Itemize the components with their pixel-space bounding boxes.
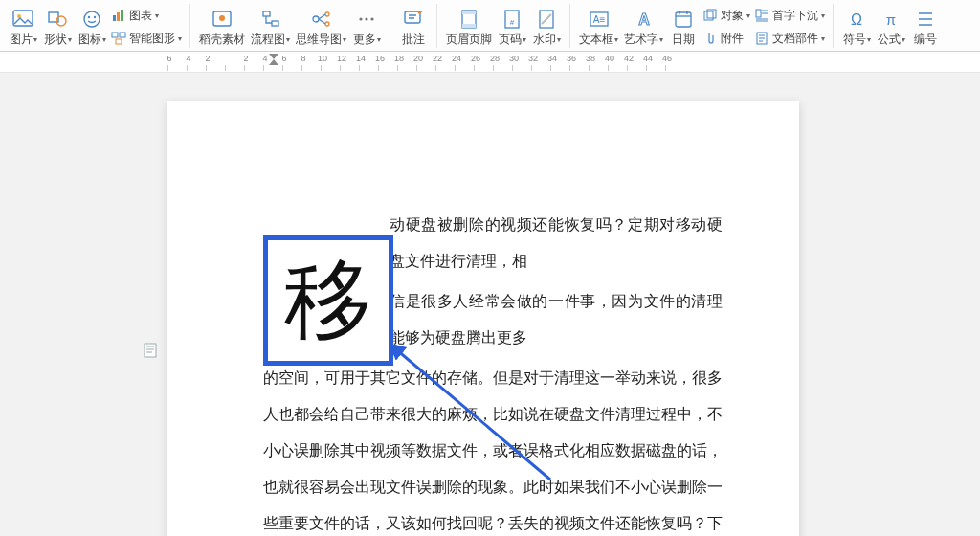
- paragraph-line[interactable]: 的空间，可用于其它文件的存储。但是对于清理这一举动来说，很多人也都会给自己带来很…: [263, 360, 723, 536]
- chevron-down-icon: ▾: [155, 11, 159, 20]
- icon-button[interactable]: 图标▾: [75, 6, 109, 48]
- svg-text:#: #: [510, 18, 515, 27]
- number-icon: [915, 9, 936, 30]
- smartart-icon: [111, 31, 126, 46]
- more-button[interactable]: 更多▾: [349, 6, 384, 48]
- dock-material-button[interactable]: 稻壳素材: [196, 6, 248, 48]
- attachment-icon: [702, 31, 718, 46]
- picture-button[interactable]: 图片▾: [6, 6, 40, 48]
- docparts-icon: [754, 31, 769, 46]
- svg-point-6: [94, 16, 96, 18]
- watermark-icon: [536, 9, 557, 30]
- ruler-mark: 16: [373, 54, 387, 63]
- ruler-mark: 14: [354, 54, 368, 63]
- formula-button[interactable]: π 公式▾: [874, 6, 908, 48]
- ruler-mark: 6: [163, 54, 176, 63]
- dropcap-button[interactable]: 首字下沉▾: [754, 6, 825, 25]
- docparts-button[interactable]: 文档部件▾: [754, 29, 825, 48]
- shape-icon: [47, 9, 68, 30]
- smartart-label: 智能图形: [129, 31, 175, 47]
- date-button[interactable]: 日期: [666, 6, 701, 48]
- watermark-button[interactable]: 水印▾: [529, 6, 564, 48]
- paragraph-line[interactable]: 信是很多人经常会做的一件事，因为文件的清理能够为硬盘腾出更多: [390, 283, 723, 356]
- ruler-mark: 30: [507, 54, 521, 63]
- paragraph-line[interactable]: 动硬盘被删除的视频还能恢复吗？定期对移动硬盘文件进行清理，相: [390, 207, 723, 279]
- svg-rect-35: [707, 10, 716, 18]
- ruler-mark: 28: [488, 54, 501, 63]
- symbol-button[interactable]: Ω 符号▾: [839, 6, 874, 48]
- chevron-down-icon: ▾: [614, 35, 618, 44]
- chevron-down-icon: ▾: [286, 35, 290, 44]
- pagenumber-button[interactable]: # 页码▾: [495, 6, 529, 48]
- flowchart-icon: [260, 9, 281, 30]
- comment-button[interactable]: 批注: [396, 6, 431, 48]
- dropcap-label: 首字下沉: [772, 8, 818, 24]
- ruler-mark: 2: [239, 54, 253, 63]
- formula-label: 公式: [878, 32, 901, 48]
- chevron-down-icon: ▾: [821, 11, 825, 20]
- svg-rect-40: [145, 344, 156, 357]
- more-icon: [356, 9, 377, 30]
- attachment-label: 附件: [721, 31, 744, 47]
- dropcap-selection[interactable]: 移: [263, 235, 393, 366]
- svg-point-4: [84, 11, 100, 27]
- number-button[interactable]: 编号: [908, 6, 943, 48]
- object-button[interactable]: 对象▾: [702, 6, 750, 25]
- wordart-label: 艺术字: [624, 32, 658, 48]
- chevron-down-icon: ▾: [102, 35, 106, 44]
- headerfooter-button[interactable]: 页眉页脚: [443, 6, 495, 48]
- comment-icon: [403, 9, 424, 30]
- attachment-button[interactable]: 附件: [702, 29, 750, 48]
- date-icon: [673, 9, 694, 30]
- svg-rect-34: [704, 11, 713, 20]
- svg-text:A: A: [638, 11, 650, 28]
- icon-label: 图标: [78, 32, 101, 48]
- svg-rect-15: [263, 11, 270, 16]
- picture-label: 图片: [10, 32, 33, 48]
- mindmap-button[interactable]: 思维导图▾: [293, 6, 349, 48]
- svg-point-19: [325, 22, 329, 26]
- group-symbols: Ω 符号▾ π 公式▾ 编号: [834, 4, 948, 48]
- document-workspace: 动硬盘被删除的视频还能恢复吗？定期对移动硬盘文件进行清理，相 信是很多人经常会做…: [0, 73, 980, 536]
- textbox-icon: A≡: [589, 9, 610, 30]
- ruler-mark: 18: [392, 54, 406, 63]
- document-page[interactable]: 动硬盘被删除的视频还能恢复吗？定期对移动硬盘文件进行清理，相 信是很多人经常会做…: [167, 101, 799, 536]
- svg-rect-12: [116, 39, 122, 44]
- svg-rect-8: [117, 12, 120, 21]
- smartart-button[interactable]: 智能图形▾: [111, 29, 182, 48]
- horizontal-ruler[interactable]: 6422468101214161820222426283032343638404…: [167, 52, 980, 71]
- chevron-down-icon: ▾: [746, 11, 750, 20]
- shape-button[interactable]: 形状▾: [40, 6, 75, 48]
- chevron-down-icon: ▾: [523, 35, 526, 44]
- svg-rect-23: [405, 11, 420, 23]
- symbol-label: 符号: [843, 32, 866, 48]
- textbox-label: 文本框: [579, 32, 613, 48]
- svg-point-14: [219, 15, 225, 21]
- chart-button[interactable]: 图表▾: [111, 6, 182, 25]
- dock-material-label: 稻壳素材: [199, 32, 245, 48]
- ruler-mark: 42: [622, 54, 635, 63]
- flowchart-label: 流程图: [251, 32, 285, 48]
- ruler-mark: 8: [297, 54, 310, 63]
- chevron-down-icon: ▾: [659, 35, 663, 44]
- wordart-button[interactable]: A 艺术字▾: [621, 6, 666, 48]
- svg-rect-25: [462, 11, 476, 14]
- docparts-label: 文档部件: [772, 31, 818, 47]
- chart-label: 图表: [129, 8, 152, 24]
- textbox-button[interactable]: A≡ 文本框▾: [576, 6, 621, 48]
- ruler-mark: 44: [641, 54, 655, 63]
- dock-material-icon: [212, 9, 233, 30]
- object-label: 对象: [721, 8, 744, 24]
- comment-label: 批注: [402, 32, 425, 48]
- ruler-mark: 20: [412, 54, 425, 63]
- watermark-label: 水印: [533, 32, 556, 48]
- ruler-mark: 26: [469, 54, 482, 63]
- ruler-mark: 12: [335, 54, 348, 63]
- ruler-mark: 46: [660, 54, 674, 63]
- dropcap-char: 移: [284, 241, 372, 360]
- svg-point-17: [313, 16, 319, 22]
- flowchart-button[interactable]: 流程图▾: [248, 6, 293, 48]
- ruler-mark: 36: [565, 54, 578, 63]
- pagenumber-icon: #: [501, 9, 523, 30]
- mindmap-label: 思维导图: [296, 32, 342, 48]
